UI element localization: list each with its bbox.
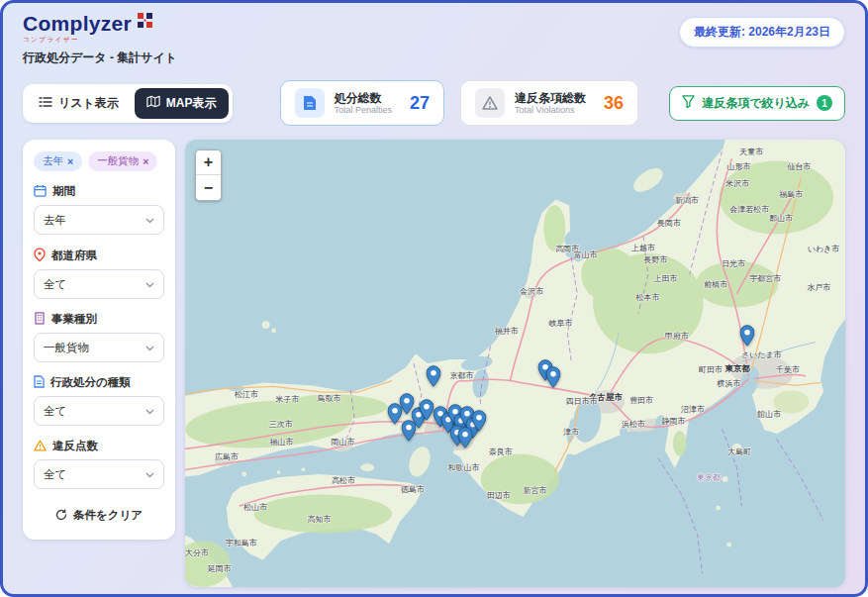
tag-business-type[interactable]: 一般貨物 × [88,151,157,171]
zoom-control: + − [195,149,222,201]
location-pin-icon [34,248,46,263]
filter-label-period: 期間 [34,184,164,199]
funnel-icon [682,95,695,111]
select-value: 全て [44,467,66,482]
business-type-select[interactable]: 一般貨物 [34,333,164,362]
stat-title: 処分総数 [335,91,393,105]
logo: Complyzer [23,13,132,34]
filter-count-badge: 1 [817,95,832,111]
map-canvas[interactable] [185,140,845,587]
violation-points-select[interactable]: 全て [34,459,164,489]
total-penalties-card: 処分総数 Total Penalties 27 [280,80,445,126]
filter-label-business-type: 事業種別 [34,312,164,327]
main: 去年 × 一般貨物 × 期間 去年 都道府県 全て [23,140,845,587]
map-view-label: MAP表示 [166,95,217,112]
stat-cards: 処分総数 Total Penalties 27 違反条項総数 Total Vio… [280,80,639,126]
map-icon [146,95,160,111]
refresh-icon [55,509,67,523]
chevron-down-icon [145,342,154,353]
penalty-type-select[interactable]: 全て [34,396,164,426]
filter-sidebar: 去年 × 一般貨物 × 期間 去年 都道府県 全て [23,140,175,540]
tag-close-icon[interactable]: × [143,155,148,167]
list-icon [39,96,52,111]
map-pin[interactable] [545,366,560,388]
zoom-in-button[interactable]: + [196,150,221,175]
active-filter-tags: 去年 × 一般貨物 × [34,151,164,171]
chevron-down-icon [145,278,154,290]
view-toggle: リスト表示 MAP表示 [23,84,233,123]
calendar-icon [34,184,47,199]
tag-label: 一般貨物 [97,154,139,168]
filter-label-violation-points: 違反点数 [34,439,164,453]
document-icon [295,88,325,118]
stat-title: 違反条項総数 [515,91,586,105]
tag-close-icon[interactable]: × [67,155,73,167]
toolbar: リスト表示 MAP表示 処分総数 Total Penalties 27 違 [23,80,845,126]
select-value: 全て [44,404,66,419]
document-icon [34,375,45,390]
violation-filter-button[interactable]: 違反条項で絞り込み 1 [669,86,845,121]
list-view-button[interactable]: リスト表示 [27,88,131,119]
map-panel: 天童市山形市仙台市米沢市新潟市福島市会津若松市長岡市郡山市いわき市上越市長野市日… [185,140,845,587]
clear-filters-button[interactable]: 条件をクリア [49,507,148,524]
filter-label-prefecture: 都道府県 [34,248,164,263]
header: Complyzer コンプライザー 行政処分データ - 集計サイト 最終更新: … [3,3,865,66]
warning-icon [34,440,47,453]
map-pin[interactable] [420,399,434,421]
total-violations-card: 違反条項総数 Total Violations 36 [460,80,638,126]
select-value: 一般貨物 [44,341,89,355]
stat-value: 36 [604,93,624,114]
zoom-out-button[interactable]: − [196,175,221,200]
list-view-label: リスト表示 [58,95,119,112]
chevron-down-icon [145,405,154,417]
period-select[interactable]: 去年 [34,205,164,235]
prefecture-select[interactable]: 全て [34,269,164,299]
logo-qr-icon [138,13,152,32]
tag-label: 去年 [43,154,63,168]
violation-filter-label: 違反条項で絞り込み [702,95,810,112]
select-value: 去年 [44,213,66,228]
stat-subtitle: Total Penalties [335,105,393,115]
last-updated-badge: 最終更新: 2026年2月23日 [679,17,845,48]
stat-value: 27 [410,93,430,114]
map-pin[interactable] [388,403,403,425]
tag-period[interactable]: 去年 × [34,151,82,171]
chevron-down-icon [145,214,154,226]
warning-triangle-icon [475,88,505,118]
site-subtitle: 行政処分データ - 集計サイト [23,50,177,66]
map-pin[interactable] [739,325,754,347]
chevron-down-icon [145,468,154,480]
brand-block: Complyzer コンプライザー 行政処分データ - 集計サイト [23,13,177,66]
select-value: 全て [44,277,66,292]
filter-label-penalty-type: 行政処分の種類 [34,375,164,390]
map-pin[interactable] [402,420,417,442]
map-pin[interactable] [472,410,487,432]
map-pin[interactable] [426,365,440,387]
stat-subtitle: Total Violations [515,105,586,115]
logo-subtext: コンプライザー [23,36,132,45]
map-view-button[interactable]: MAP表示 [135,88,229,119]
building-icon [34,312,46,327]
map-pin[interactable] [458,427,473,448]
